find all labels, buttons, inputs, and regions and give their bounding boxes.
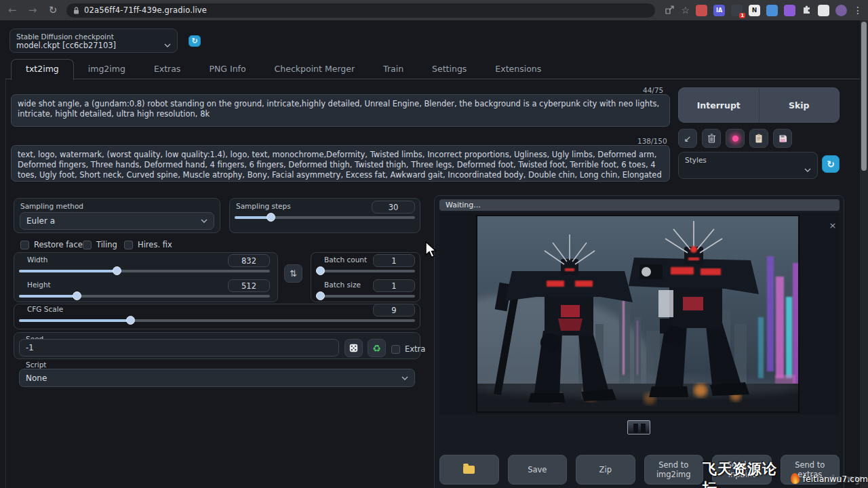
extension-icon-red-profile[interactable] [696,5,707,16]
browser-menu-icon[interactable]: ⋮ [853,5,863,16]
paste-params-button[interactable]: ↙ [678,129,697,148]
browser-back-button[interactable]: ← [5,4,19,16]
puzzle-extensions-icon[interactable] [802,5,812,16]
generation-actions: Interrupt Skip [678,87,840,123]
cfg-scale-slider[interactable] [19,319,415,322]
zip-button[interactable]: Zip [576,455,635,485]
extension-icon-person[interactable]: 1 [731,5,743,16]
extra-networks-icon [732,136,738,142]
bookmark-star-icon[interactable]: ☆ [681,5,690,16]
styles-refresh-button[interactable]: ↻ [822,155,840,173]
extension-icon-white[interactable] [818,5,829,16]
tab-train[interactable]: Train [369,60,418,79]
negative-prompt-textarea[interactable]: text, logo, watermark, (worst quality, l… [11,145,670,182]
sampling-steps-slider[interactable] [235,216,415,219]
script-value: None [26,373,47,383]
extension-icon-purple[interactable] [784,5,795,16]
extension-icon-notion[interactable]: N [749,5,760,16]
cfg-scale-input[interactable]: 9 [373,304,415,317]
seed-extra-toggle[interactable]: Extra [391,344,425,354]
seed-input[interactable]: -1 [19,339,339,357]
hires-fix-toggle[interactable]: Hires. fix [124,240,172,249]
prompt-tool-buttons: ↙ [678,129,792,148]
batch-size-slider[interactable] [316,295,415,298]
tab-txt2img[interactable]: txt2img [11,59,74,80]
cfg-scale-label: CFG Scale [27,305,63,313]
sampling-method-block: Sampling method Euler a [14,198,220,233]
page-scrollbar[interactable] [860,20,868,488]
extension-icon-photos[interactable] [766,5,778,16]
clear-prompt-button[interactable] [702,129,721,148]
skip-button[interactable]: Skip [760,88,840,122]
batch-size-label: Batch size [324,281,361,289]
restore-faces-label: Restore faces [34,240,87,249]
sampling-method-dropdown[interactable]: Euler a [20,212,214,230]
script-dropdown[interactable]: None [19,369,415,387]
browser-refresh-button[interactable]: ↻ [46,4,60,16]
interrupt-button[interactable]: Interrupt [679,88,760,122]
extension-badge: 1 [739,13,745,18]
tab-extensions[interactable]: Extensions [481,60,555,79]
random-seed-button[interactable] [344,339,363,357]
progress-status: Waiting... [439,199,840,211]
height-slider[interactable] [19,295,270,298]
apply-style-button[interactable] [749,129,768,148]
extra-networks-button[interactable] [726,129,745,148]
save-style-button[interactable] [773,129,792,148]
tiling-toggle[interactable]: Tiling [83,240,117,249]
batch-size-input[interactable]: 1 [373,279,415,292]
sampling-method-value: Euler a [26,216,55,226]
batch-count-slider[interactable] [316,270,415,272]
tab-extras[interactable]: Extras [140,60,195,79]
reuse-seed-button[interactable]: ♻ [368,339,386,357]
result-thumbnail[interactable] [627,420,650,434]
browser-avatar[interactable] [835,5,847,16]
open-folder-button[interactable] [439,455,499,485]
tab-checkpoint-merger[interactable]: Checkpoint Merger [260,60,369,79]
send-to-extras-button[interactable]: Send to extras [781,455,840,485]
floppy-disk-icon [778,134,787,143]
scrollbar-thumb[interactable] [861,22,867,171]
tab-settings[interactable]: Settings [418,60,481,79]
browser-toolbar: ← → ↻ 02a56ff4-71ff-439e.gradio.live ☆ I… [0,0,868,20]
seed-extra-checkbox[interactable] [391,345,400,354]
batch-count-input[interactable]: 1 [373,254,415,267]
batch-count-label: Batch count [324,256,367,264]
checkpoint-refresh-button[interactable]: ↻ [189,35,201,47]
height-label: Height [27,281,51,289]
script-label: Script [26,361,46,369]
extension-icon-ia[interactable]: IA [713,5,725,16]
send-to-img2img-button[interactable]: Send to img2img [644,455,704,485]
send-to-inpaint-button[interactable]: Send to inpaint [712,455,772,485]
recycle-icon: ♻ [372,343,381,354]
swap-arrows-icon: ⇅ [290,268,297,279]
sampling-steps-input[interactable]: 30 [372,201,415,214]
save-button[interactable]: Save [508,455,568,485]
generated-image[interactable] [477,216,799,412]
styles-chevron-icon [804,168,811,172]
prompt-textarea[interactable]: wide shot angle, a (gundam:0.8) robot st… [11,94,670,127]
hires-fix-checkbox[interactable] [124,241,133,249]
close-image-icon[interactable]: × [827,220,838,231]
paste-arrow-icon: ↙ [684,134,692,144]
width-input[interactable]: 832 [228,254,270,267]
tab-img2img[interactable]: img2img [74,60,140,79]
browser-forward-button[interactable]: → [26,4,39,16]
restore-faces-toggle[interactable]: Restore faces [20,240,87,249]
styles-dropdown[interactable] [679,165,817,176]
share-icon[interactable] [665,5,675,15]
tab-png-info[interactable]: PNG Info [195,60,260,79]
checkpoint-value: model.ckpt [cc6cb27103] [16,41,116,50]
tab-bar: txt2img img2img Extras PNG Info Checkpoi… [11,61,555,79]
tiling-checkbox[interactable] [83,241,92,249]
prompt-token-counter: 44/75 [643,86,663,94]
styles-block: Styles [678,152,818,179]
checkpoint-label: Stable Diffusion checkpoint [10,29,177,41]
checkpoint-dropdown[interactable]: model.ckpt [cc6cb27103] [10,41,177,50]
width-slider[interactable] [19,270,270,272]
height-input[interactable]: 512 [228,279,270,292]
swap-dimensions-button[interactable]: ⇅ [284,264,302,283]
address-bar[interactable]: 02a56ff4-71ff-439e.gradio.live [66,3,655,18]
lock-icon [73,7,79,14]
restore-faces-checkbox[interactable] [20,241,29,249]
